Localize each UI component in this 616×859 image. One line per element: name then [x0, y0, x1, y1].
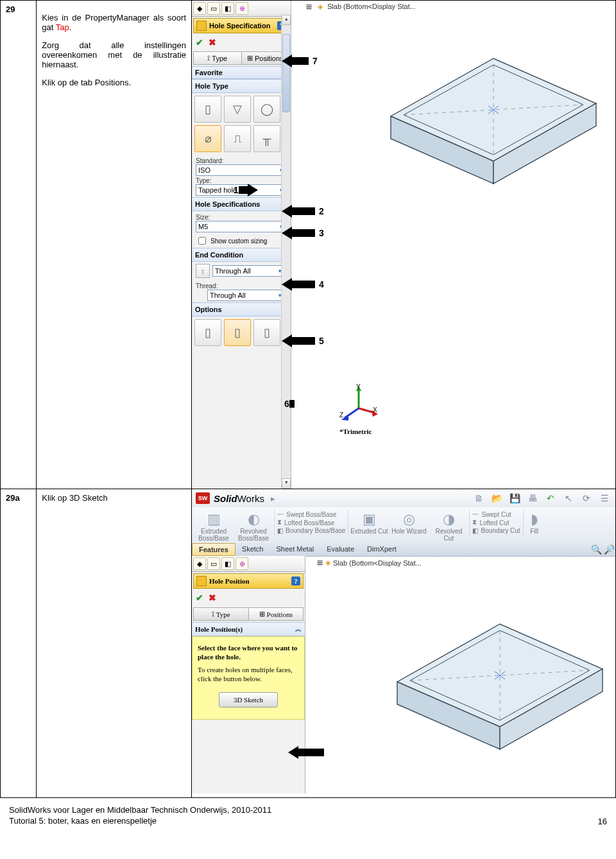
dd-size[interactable]: M5▾ [196, 221, 286, 232]
opt-icon-1[interactable]: ▯ [194, 319, 221, 346]
dd-thread[interactable]: Through All▾ [207, 290, 284, 301]
flip-direction-icon[interactable]: ↕ [196, 264, 210, 278]
dd-endcond[interactable]: Through All▾ [212, 265, 284, 277]
sec-endcond[interactable]: End Condition︽ [192, 248, 291, 262]
orientation-triad-icon: Y X Z [339, 386, 378, 424]
tab-features[interactable]: Features [192, 543, 235, 556]
menu-expand-icon[interactable]: ▸ [271, 494, 275, 503]
scroll-down-icon[interactable]: ▾ [282, 478, 291, 489]
solidworks-brand: SolidWorks [214, 493, 264, 504]
ok-icon[interactable]: ✔ [196, 37, 203, 48]
counterbore-icon[interactable]: ▯ [194, 96, 221, 123]
cancel-icon[interactable]: ✖ [209, 37, 216, 48]
help-icon[interactable]: ? [291, 577, 300, 586]
hole-wizard-icon: ◎ [389, 510, 428, 528]
pm2-tab-type[interactable]: ⟟Type [194, 608, 249, 620]
feature-tree-breadcrumb-2: ⊞ ◈ Slab (Bottom<Display Stat... [317, 559, 422, 567]
new-doc-icon[interactable]: 🗎 [472, 491, 486, 505]
cancel-icon[interactable]: ✖ [209, 593, 216, 603]
print-icon[interactable]: 🖶 [526, 491, 540, 505]
extruded-boss-button[interactable]: ▥Extruded Boss/Base [194, 510, 233, 542]
pm-scrollbar[interactable]: ▴ ▾ [281, 15, 291, 489]
tab-sheetmetal[interactable]: Sheet Metal [270, 543, 321, 556]
expand-icon[interactable]: ⊞ [317, 559, 323, 567]
scroll-thumb[interactable] [282, 34, 290, 112]
tab-dimxpert[interactable]: DimXpert [361, 543, 403, 556]
screenshot-29a: SW SolidWorks ▸ 🗎 📂 💾 🖶 ↶ ↖ ⟳ ☰ ▥Extrude… [192, 489, 616, 798]
extruded-cut-button[interactable]: ▣Extruded Cut [350, 510, 388, 535]
fillet-button[interactable]: ◗Fill [525, 510, 544, 535]
pm2-tab-config-icon[interactable]: ◧ [221, 557, 234, 570]
pm2-tab-dim-icon[interactable]: ⊕ [235, 557, 248, 570]
step29-p3: Klik op de tab Positions. [42, 78, 186, 87]
pipe-tap-icon[interactable]: ⎍ [224, 125, 251, 152]
options-icon-grid: ▯ ▯ ▯ [192, 317, 291, 349]
hole-icon[interactable]: ◯ [253, 96, 280, 123]
dd-standard[interactable]: ISO▾ [196, 164, 286, 176]
sec-holeposition[interactable]: Hole Position(s)︽ [192, 622, 305, 636]
open-icon[interactable]: 📂 [490, 491, 504, 505]
opt-icon-2[interactable]: ▯ [224, 319, 251, 346]
step-num-29a: 29a [1, 489, 37, 798]
arrow-4: 4 [282, 278, 324, 291]
sec-options[interactable]: Options︽ [192, 302, 291, 317]
3d-sketch-button[interactable]: 3D Sketch [219, 692, 278, 707]
slab-viewport [352, 26, 609, 206]
swept-boss-button[interactable]: 〰Swept Boss/Base [277, 511, 345, 518]
pm-tab-dim-icon[interactable]: ⊕ [235, 2, 248, 15]
pm2-type-positions-tabs: ⟟Type ⊞Positions [193, 607, 304, 621]
type-tab-icon: ⟟ [212, 610, 214, 618]
pm2-tab-prop-icon[interactable]: ▭ [207, 557, 220, 570]
opt-icon-3[interactable]: ▯ [253, 319, 280, 346]
positions-tab-icon: ⊞ [247, 54, 253, 62]
undo-icon[interactable]: ↶ [543, 491, 558, 505]
tab-evaluate[interactable]: Evaluate [320, 543, 361, 556]
select-icon[interactable]: ↖ [561, 491, 576, 505]
type-tab-icon: ⟟ [207, 54, 210, 62]
positions-tab-icon: ⊞ [259, 610, 265, 618]
expand-icon[interactable]: ⊞ [304, 2, 313, 11]
part-icon: ◈ [325, 559, 330, 567]
revolved-cut-button[interactable]: ◑Revolved Cut [429, 510, 468, 542]
revolved-boss-button[interactable]: ◐Revolved Boss/Base [234, 510, 273, 542]
fillet-icon: ◗ [525, 510, 544, 528]
legacy-hole-icon[interactable]: ╥ [253, 125, 280, 152]
sec-holespec[interactable]: Hole Specifications︽ [192, 197, 291, 211]
pm2-tab-feature-icon[interactable]: ◆ [193, 557, 206, 570]
tap-icon[interactable]: ⌀ [194, 125, 221, 152]
lofted-cut-button[interactable]: ⧗Lofted Cut [472, 519, 520, 526]
tab-type[interactable]: ⟟Type [194, 52, 242, 64]
feature-tree-breadcrumb: ⊞ ◈ Slab (Bottom<Display Stat... [304, 2, 416, 11]
tab-sketch[interactable]: Sketch [235, 543, 270, 556]
pm-tab-prop-icon[interactable]: ▭ [207, 2, 220, 15]
sec-favorite[interactable]: Favorite⌄ [192, 66, 291, 79]
boundary-boss-button[interactable]: ◧Boundary Boss/Base [277, 527, 345, 534]
hole-wizard-button[interactable]: ◎Hole Wizard [389, 510, 428, 535]
zoom-fit-icon[interactable]: 🔍 [590, 543, 603, 556]
scroll-up-icon[interactable]: ▴ [282, 15, 291, 25]
command-manager: ▥Extruded Boss/Base ◐Revolved Boss/Base … [192, 507, 615, 546]
pm-tab-strip: ◆ ▭ ◧ ⊕ [192, 1, 291, 17]
pm-tab-config-icon[interactable]: ◧ [221, 2, 234, 15]
swept-cut-button[interactable]: 〰Swept Cut [472, 511, 520, 518]
countersink-icon[interactable]: ▽ [224, 96, 251, 123]
cb-show-custom-box[interactable] [198, 237, 206, 245]
cb-show-custom[interactable]: Show custom sizing [192, 234, 291, 248]
sec-holetype[interactable]: Hole Type︽ [192, 79, 291, 93]
page-number: 16 [598, 817, 607, 826]
lbl-thread: Thread: [196, 282, 287, 290]
zoom-area-icon[interactable]: 🔎 [603, 543, 615, 556]
ok-icon[interactable]: ✔ [196, 593, 203, 603]
boundary-cut-button[interactable]: ◧Boundary Cut [472, 527, 520, 534]
rebuild-icon[interactable]: ⟳ [579, 491, 594, 505]
arrow-5: 5 [282, 334, 324, 347]
arrow-3dsketch [288, 746, 324, 759]
pm2-title-bar: Hole Position ? [193, 573, 304, 589]
lofted-boss-button[interactable]: ⧗Lofted Boss/Base [277, 519, 345, 526]
options-icon[interactable]: ☰ [597, 491, 612, 505]
pm2-tab-positions[interactable]: ⊞Positions [249, 608, 304, 620]
arrow-1: 1 [198, 184, 258, 196]
save-icon[interactable]: 💾 [508, 491, 522, 505]
step29-p1: Kies in de PropertyManager als soort gat… [42, 13, 186, 32]
pm-tab-feature-icon[interactable]: ◆ [193, 2, 206, 15]
